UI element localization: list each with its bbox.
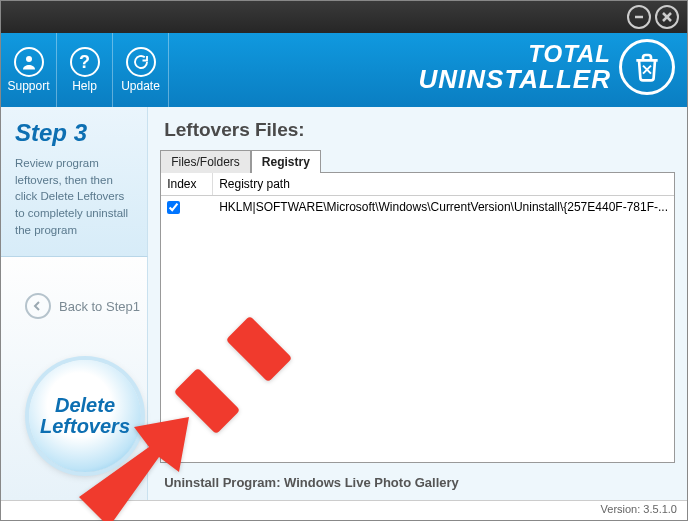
- tab-registry[interactable]: Registry: [251, 150, 321, 173]
- sidebar-actions: Back to Step1 Delete Leftovers: [1, 257, 148, 500]
- support-button[interactable]: Support: [1, 33, 57, 107]
- minimize-button[interactable]: [627, 5, 651, 29]
- row-path: HKLM|SOFTWARE\Microsoft\Windows\CurrentV…: [213, 196, 674, 218]
- delete-leftovers-label-2: Leftovers: [40, 416, 130, 437]
- tab-files-folders[interactable]: Files/Folders: [160, 150, 251, 173]
- update-label: Update: [121, 79, 160, 93]
- row-checkbox[interactable]: [167, 201, 180, 214]
- support-label: Support: [7, 79, 49, 93]
- tabs: Files/Folders Registry: [160, 149, 675, 172]
- back-to-step1-button[interactable]: Back to Step1: [25, 293, 140, 319]
- update-button[interactable]: Update: [113, 33, 169, 107]
- step-title: Step 3: [15, 119, 133, 147]
- sidebar: Step 3 Review program leftovers, then th…: [1, 107, 148, 500]
- back-label: Back to Step1: [59, 299, 140, 314]
- delete-leftovers-label-1: Delete: [40, 395, 130, 416]
- trash-icon: [619, 39, 675, 95]
- version-label: Version: 3.5.1.0: [601, 503, 677, 515]
- uninstall-program-label: Uninstall Program: Windows Live Photo Ga…: [160, 463, 675, 500]
- brand-line1: TOTAL: [418, 42, 611, 66]
- grid-header: Index Registry path: [161, 173, 674, 196]
- back-arrow-icon: [25, 293, 51, 319]
- leftovers-title: Leftovers Files:: [164, 119, 675, 141]
- header-bar: Support ? Help Update TOTAL UNINSTALLER: [1, 33, 687, 107]
- help-label: Help: [72, 79, 97, 93]
- update-icon: [126, 47, 156, 77]
- status-bar: Version: 3.5.1.0: [1, 500, 687, 520]
- titlebar: [1, 1, 687, 33]
- step-panel: Step 3 Review program leftovers, then th…: [1, 107, 148, 257]
- body: Step 3 Review program leftovers, then th…: [1, 107, 687, 500]
- leftovers-grid: Index Registry path HKLM|SOFTWARE\Micros…: [160, 172, 675, 463]
- column-index: Index: [161, 173, 213, 195]
- brand-line2: UNINSTALLER: [418, 66, 611, 92]
- table-row[interactable]: HKLM|SOFTWARE\Microsoft\Windows\CurrentV…: [161, 196, 674, 218]
- svg-point-3: [26, 56, 32, 62]
- brand: TOTAL UNINSTALLER: [418, 39, 675, 95]
- help-icon: ?: [70, 47, 100, 77]
- close-button[interactable]: [655, 5, 679, 29]
- column-registry-path: Registry path: [213, 173, 674, 195]
- step-description: Review program leftovers, then then clic…: [15, 155, 133, 238]
- main-panel: Leftovers Files: Files/Folders Registry …: [148, 107, 687, 500]
- app-window: Support ? Help Update TOTAL UNINSTALLER: [0, 0, 688, 521]
- help-button[interactable]: ? Help: [57, 33, 113, 107]
- delete-leftovers-button[interactable]: Delete Leftovers: [29, 360, 141, 472]
- support-icon: [14, 47, 44, 77]
